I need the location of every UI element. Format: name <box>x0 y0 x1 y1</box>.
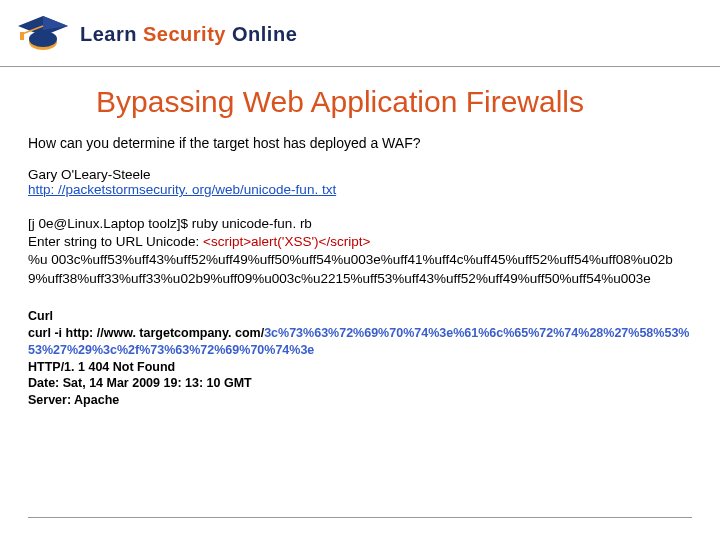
terminal-input-payload: <script>alert('XSS')</script> <box>203 234 370 249</box>
brand-logo: Learn Security Online <box>16 12 297 56</box>
curl-command: curl -i http: //www. targetcompany. com/… <box>28 325 692 359</box>
terminal-block: [j 0e@Linux.Laptop toolz]$ ruby unicode-… <box>28 215 692 288</box>
brand-text: Learn Security Online <box>80 23 297 46</box>
reference-link[interactable]: http: //packetstormsecurity. org/web/uni… <box>28 182 692 197</box>
terminal-line-1: [j 0e@Linux.Laptop toolz]$ ruby unicode-… <box>28 215 692 233</box>
mortarboard-icon <box>16 12 70 56</box>
slide-title: Bypassing Web Application Firewalls <box>96 85 692 119</box>
terminal-line-2: Enter string to URL Unicode: <script>ale… <box>28 233 692 251</box>
author-name: Gary O'Leary-Steele <box>28 167 692 182</box>
terminal-prompt-label: Enter string to URL Unicode: <box>28 234 203 249</box>
brand-word-2: Security <box>143 23 226 45</box>
curl-block: Curl curl -i http: //www. targetcompany.… <box>28 308 692 409</box>
slide-header: Learn Security Online <box>0 0 720 67</box>
terminal-output: %u 003c%uff53%uff43%uff52%uff49%uff50%uf… <box>28 251 692 287</box>
slide-subtitle: How can you determine if the target host… <box>28 135 692 151</box>
slide-body: Bypassing Web Application Firewalls How … <box>0 67 720 409</box>
footer-divider <box>28 517 692 518</box>
curl-response-server: Server: Apache <box>28 392 692 409</box>
curl-command-prefix: curl -i http: //www. targetcompany. com/ <box>28 326 264 340</box>
curl-response-date: Date: Sat, 14 Mar 2009 19: 13: 10 GMT <box>28 375 692 392</box>
brand-word-1: Learn <box>80 23 137 45</box>
svg-marker-3 <box>43 16 68 30</box>
curl-heading: Curl <box>28 308 692 325</box>
brand-word-3: Online <box>232 23 297 45</box>
svg-rect-5 <box>20 32 24 40</box>
curl-response-status: HTTP/1. 1 404 Not Found <box>28 359 692 376</box>
